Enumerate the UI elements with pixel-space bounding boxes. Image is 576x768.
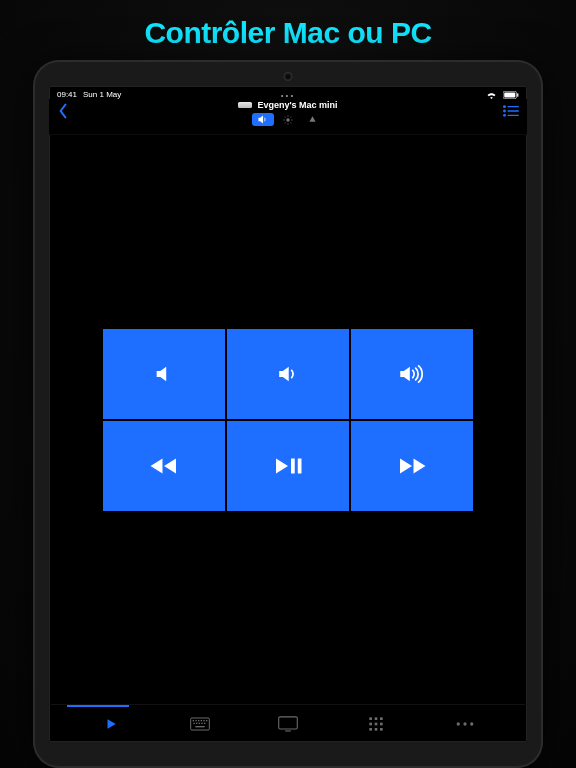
headline-text: Contrôler Mac ou PC [144,16,431,50]
svg-rect-26 [206,720,207,721]
svg-rect-43 [380,728,383,731]
svg-point-3 [503,105,506,108]
svg-rect-39 [375,722,378,725]
svg-rect-25 [203,720,204,721]
svg-rect-24 [200,720,201,721]
forward-button[interactable] [351,421,473,511]
mode-arrows[interactable] [302,113,324,126]
svg-rect-42 [375,728,378,731]
list-button[interactable] [501,101,521,123]
svg-point-5 [503,110,506,113]
svg-rect-18 [291,458,295,473]
control-pad [103,329,473,511]
app-header: ••• Evgeny's Mac mini [49,99,527,135]
svg-rect-19 [298,458,302,473]
svg-point-45 [463,722,466,725]
svg-line-17 [290,116,291,117]
svg-rect-28 [196,722,197,723]
svg-rect-30 [201,722,202,723]
mac-mini-icon [238,102,252,108]
device-camera [285,73,292,80]
wifi-icon [486,91,497,99]
mode-segmented-control [252,113,324,126]
main-area [49,135,527,704]
battery-icon [503,91,519,99]
svg-rect-38 [370,722,373,725]
mode-brightness[interactable] [277,113,299,126]
svg-rect-1 [504,92,515,97]
svg-rect-41 [370,728,373,731]
svg-rect-33 [279,716,298,728]
back-button[interactable] [55,101,71,125]
svg-rect-4 [507,106,519,107]
svg-rect-32 [195,726,204,727]
device-name-text: Evgeny's Mac mini [257,100,337,110]
device-screen: 09:41 Sun 1 May ••• [49,86,527,742]
tab-bar [49,704,527,742]
svg-rect-2 [517,93,518,97]
play-pause-button[interactable] [227,421,349,511]
tab-grid[interactable] [332,710,420,738]
svg-rect-6 [507,110,519,111]
svg-point-7 [503,114,506,117]
mute-button[interactable] [103,329,225,419]
tab-play[interactable] [67,711,155,737]
svg-rect-21 [192,720,193,721]
tab-screen[interactable] [244,710,332,738]
connected-device-label: Evgeny's Mac mini [238,100,337,110]
svg-point-46 [470,722,473,725]
svg-rect-23 [198,720,199,721]
drag-handle-dots: ••• [281,91,295,100]
svg-rect-22 [195,720,196,721]
tab-keyboard[interactable] [155,711,243,737]
tab-more[interactable] [421,715,509,733]
svg-rect-40 [380,722,383,725]
volume-down-button[interactable] [227,329,349,419]
svg-point-9 [286,118,289,121]
svg-rect-36 [375,717,378,720]
svg-rect-35 [370,717,373,720]
status-date: Sun 1 May [83,90,121,99]
mode-volume[interactable] [252,113,274,126]
ipad-frame: 09:41 Sun 1 May ••• [33,60,543,768]
rewind-button[interactable] [103,421,225,511]
svg-rect-29 [198,722,199,723]
svg-rect-8 [507,115,519,116]
volume-up-button[interactable] [351,329,473,419]
svg-rect-37 [380,717,383,720]
tab-indicator [67,705,129,707]
svg-point-44 [456,722,459,725]
svg-rect-31 [204,722,205,723]
svg-rect-27 [193,722,194,723]
svg-rect-34 [285,730,291,731]
svg-line-16 [285,122,286,123]
svg-line-14 [285,116,286,117]
svg-line-15 [290,122,291,123]
status-time: 09:41 [57,90,77,99]
